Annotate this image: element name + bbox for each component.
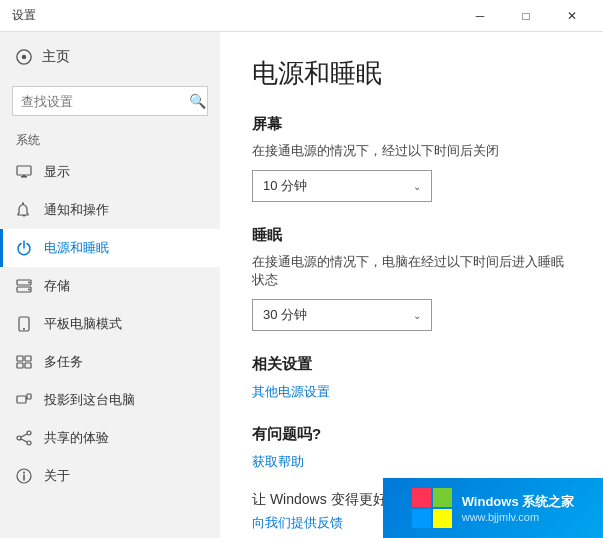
sidebar-item-notifications[interactable]: 通知和操作: [0, 191, 220, 229]
svg-rect-14: [25, 363, 31, 368]
sidebar-label-tablet: 平板电脑模式: [44, 315, 122, 333]
feedback-link[interactable]: 向我们提供反馈: [252, 515, 343, 530]
svg-line-22: [21, 439, 27, 442]
multitask-icon: [16, 354, 32, 370]
svg-rect-4: [23, 175, 25, 177]
page-title: 电源和睡眠: [252, 56, 571, 91]
sidebar-item-share[interactable]: 共享的体验: [0, 419, 220, 457]
sidebar: 主页 🔍 系统 显示: [0, 32, 220, 538]
sidebar-item-project[interactable]: 投影到这台电脑: [0, 381, 220, 419]
related-title: 相关设置: [252, 355, 571, 374]
chevron-down-icon-2: ⌄: [413, 310, 421, 321]
sidebar-label-storage: 存储: [44, 277, 70, 295]
window-controls: ─ □ ✕: [457, 0, 595, 32]
svg-point-1: [22, 55, 26, 59]
window-title: 设置: [12, 7, 36, 24]
watermark-overlay: Windows 系统之家 www.bjjmlv.com: [383, 478, 603, 538]
home-icon: [16, 49, 32, 65]
sidebar-label-power: 电源和睡眠: [44, 239, 109, 257]
help-section: 有问题吗? 获取帮助: [252, 425, 571, 471]
sidebar-label-display: 显示: [44, 163, 70, 181]
sidebar-item-home[interactable]: 主页: [0, 32, 220, 82]
sidebar-label-project: 投影到这台电脑: [44, 391, 135, 409]
watermark-site-name: Windows 系统之家: [462, 493, 575, 511]
svg-rect-12: [25, 356, 31, 361]
search-icon: 🔍: [189, 93, 206, 109]
storage-icon: [16, 278, 32, 294]
sidebar-item-tablet[interactable]: 平板电脑模式: [0, 305, 220, 343]
sleep-section-desc: 在接通电源的情况下，电脑在经过以下时间后进入睡眠状态: [252, 253, 571, 289]
related-section: 相关设置 其他电源设置: [252, 355, 571, 401]
minimize-button[interactable]: ─: [457, 0, 503, 32]
sidebar-item-display[interactable]: 显示: [0, 153, 220, 191]
sidebar-section-label: 系统: [0, 124, 220, 153]
sleep-section: 睡眠 在接通电源的情况下，电脑在经过以下时间后进入睡眠状态 30 分钟 ⌄: [252, 226, 571, 331]
svg-rect-2: [17, 166, 31, 175]
sidebar-item-storage[interactable]: 存储: [0, 267, 220, 305]
svg-rect-11: [17, 356, 23, 361]
svg-line-17: [26, 398, 27, 399]
sidebar-item-multitask[interactable]: 多任务: [0, 343, 220, 381]
svg-point-25: [23, 472, 25, 474]
sidebar-item-power[interactable]: 电源和睡眠: [0, 229, 220, 267]
watermark-url: www.bjjmlv.com: [462, 511, 575, 523]
watermark-text-block: Windows 系统之家 www.bjjmlv.com: [462, 493, 575, 523]
screen-section: 屏幕 在接通电源的情况下，经过以下时间后关闭 10 分钟 ⌄: [252, 115, 571, 202]
sidebar-item-about[interactable]: 关于: [0, 457, 220, 495]
title-bar: 设置 ─ □ ✕: [0, 0, 603, 32]
info-icon: [16, 468, 32, 484]
maximize-button[interactable]: □: [503, 0, 549, 32]
sidebar-label-share: 共享的体验: [44, 429, 109, 447]
svg-point-8: [28, 289, 30, 291]
power-settings-link[interactable]: 其他电源设置: [252, 384, 330, 399]
sleep-section-title: 睡眠: [252, 226, 571, 245]
project-icon: [16, 392, 32, 408]
screen-section-desc: 在接通电源的情况下，经过以下时间后关闭: [252, 142, 571, 160]
tablet-icon: [16, 316, 32, 332]
bell-icon: [16, 202, 32, 218]
svg-line-21: [21, 434, 27, 437]
tip-text: 让 Windows 变得更: [252, 491, 373, 507]
svg-point-20: [17, 436, 21, 440]
share-icon: [16, 430, 32, 446]
search-box[interactable]: 🔍: [12, 86, 208, 116]
screen-dropdown-value: 10 分钟: [263, 177, 307, 195]
content-area: 主页 🔍 系统 显示: [0, 32, 603, 538]
svg-point-7: [28, 282, 30, 284]
sleep-dropdown[interactable]: 30 分钟 ⌄: [252, 299, 432, 331]
sidebar-home-label: 主页: [42, 48, 70, 66]
svg-point-19: [27, 441, 31, 445]
main-content: 电源和睡眠 屏幕 在接通电源的情况下，经过以下时间后关闭 10 分钟 ⌄ 睡眠 …: [220, 32, 603, 538]
screen-section-title: 屏幕: [252, 115, 571, 134]
svg-rect-13: [17, 363, 23, 368]
search-input[interactable]: [21, 94, 189, 109]
power-icon: [16, 240, 32, 256]
help-title: 有问题吗?: [252, 425, 571, 444]
svg-rect-16: [27, 394, 31, 399]
sidebar-label-about: 关于: [44, 467, 70, 485]
monitor-icon: [16, 164, 32, 180]
screen-dropdown[interactable]: 10 分钟 ⌄: [252, 170, 432, 202]
svg-rect-15: [17, 396, 26, 403]
windows-logo-icon: [412, 488, 452, 528]
close-button[interactable]: ✕: [549, 0, 595, 32]
sidebar-label-notifications: 通知和操作: [44, 201, 109, 219]
sleep-dropdown-value: 30 分钟: [263, 306, 307, 324]
chevron-down-icon: ⌄: [413, 181, 421, 192]
svg-point-18: [27, 431, 31, 435]
svg-point-10: [23, 328, 25, 330]
get-help-link[interactable]: 获取帮助: [252, 454, 304, 469]
sidebar-label-multitask: 多任务: [44, 353, 83, 371]
